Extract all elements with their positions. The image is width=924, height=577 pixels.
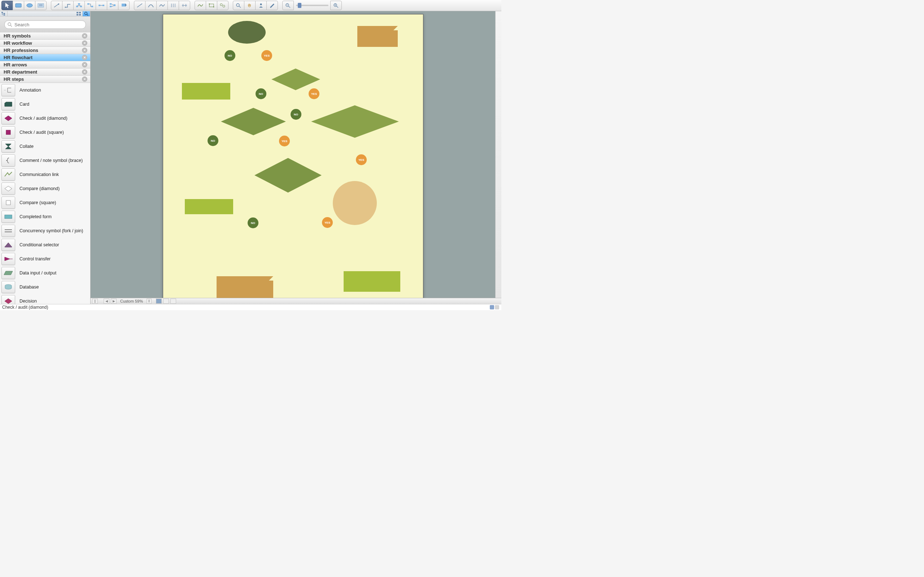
lib-item-hr-symbols[interactable]: HR symbols×: [0, 32, 90, 40]
zoom-slider-thumb[interactable]: [298, 3, 301, 8]
rectangle-tool[interactable]: [13, 1, 24, 10]
yes-badge[interactable]: YES: [356, 154, 367, 165]
yes-badge[interactable]: YES: [322, 217, 333, 228]
shape-compare-diamond[interactable]: Compare (diamond): [0, 181, 90, 195]
status-icon-2[interactable]: [495, 305, 499, 309]
zoom-out-button[interactable]: [282, 1, 294, 10]
smart-connector-tool[interactable]: [62, 1, 74, 10]
edit3-tool[interactable]: [217, 1, 228, 10]
lib-item-hr-department[interactable]: HR department×: [0, 69, 90, 76]
zoom-tool[interactable]: [233, 1, 244, 10]
no-badge[interactable]: NO: [225, 50, 235, 61]
person-tool[interactable]: [255, 1, 267, 10]
tree1-tool[interactable]: [73, 1, 85, 10]
note-shape[interactable]: [357, 26, 398, 47]
lib-item-hr-steps[interactable]: HR steps×: [0, 76, 90, 83]
edit2-tool[interactable]: [206, 1, 217, 10]
ladder-tool[interactable]: [179, 1, 190, 10]
close-icon[interactable]: ×: [82, 62, 87, 68]
zoom-stepper[interactable]: ▲▼: [147, 298, 152, 304]
no-badge[interactable]: NO: [291, 109, 301, 120]
status-icon-1[interactable]: [490, 305, 494, 309]
no-badge[interactable]: NO: [255, 89, 267, 99]
ellipse-tool[interactable]: [24, 1, 36, 10]
close-icon[interactable]: ×: [82, 33, 87, 39]
zoom-in-button[interactable]: [330, 1, 342, 10]
close-icon[interactable]: ×: [82, 76, 87, 82]
no-badge[interactable]: NO: [247, 218, 258, 228]
lib-item-label: HR symbols: [3, 33, 31, 39]
close-icon[interactable]: ×: [82, 48, 87, 53]
tree2-tool[interactable]: [84, 1, 96, 10]
stamp-tool[interactable]: [118, 1, 129, 10]
shape-annotation[interactable]: Annotation: [0, 83, 90, 97]
search-tab[interactable]: [82, 11, 90, 16]
shape-data-io[interactable]: Data input / output: [0, 266, 90, 280]
page-next[interactable]: ▶: [111, 298, 116, 304]
shape-comment[interactable]: Comment / note symbol (brace): [0, 153, 90, 167]
vertical-scrollbar[interactable]: [495, 11, 501, 298]
process-shape[interactable]: [185, 199, 233, 214]
shape-conditional-selector[interactable]: Conditional selector: [0, 238, 90, 252]
page-prev[interactable]: ◀: [103, 298, 109, 304]
process-shape[interactable]: [344, 271, 400, 292]
decision-shape[interactable]: [271, 69, 320, 90]
smart-connector-icon: [65, 3, 71, 8]
shape-database[interactable]: Database: [0, 280, 90, 294]
shape-completed-form[interactable]: Completed form: [0, 210, 90, 224]
note-shape[interactable]: [216, 276, 273, 298]
shape-commlink[interactable]: Communication link: [0, 167, 90, 181]
shape-control-transfer[interactable]: Control transfer: [0, 252, 90, 266]
search-input[interactable]: [14, 22, 82, 28]
lib-item-hr-flowchart[interactable]: HR flowchart×: [0, 54, 90, 61]
yes-badge[interactable]: YES: [261, 50, 272, 61]
hand-tool[interactable]: [244, 1, 255, 10]
direct-connector-tool[interactable]: [51, 1, 63, 10]
tree-tab[interactable]: [0, 11, 8, 16]
lib-item-hr-professions[interactable]: HR professions×: [0, 47, 90, 54]
double-tool[interactable]: [168, 1, 179, 10]
zoom-slider[interactable]: [296, 5, 328, 6]
pointer-tool[interactable]: [2, 1, 13, 10]
chain-tool[interactable]: [96, 1, 107, 10]
grid-tab[interactable]: [75, 11, 82, 16]
shape-collate[interactable]: Collate: [0, 139, 90, 153]
yes-badge[interactable]: YES: [279, 135, 290, 147]
pages-pause[interactable]: ‖: [92, 298, 98, 304]
spline-tool[interactable]: [156, 1, 168, 10]
shape-check-diamond[interactable]: Check / audit (diamond): [0, 111, 90, 125]
tree3-tool[interactable]: [107, 1, 118, 10]
shape-palette: Annotation Card Check / audit (diamond) …: [0, 83, 90, 304]
horizontal-scrollbar[interactable]: [178, 298, 501, 304]
connector-shape[interactable]: [333, 181, 377, 225]
view-mode-3[interactable]: [170, 298, 176, 304]
process-shape[interactable]: [182, 83, 230, 100]
pen-tool[interactable]: [267, 1, 278, 10]
no-badge[interactable]: NO: [208, 135, 218, 146]
canvas-area[interactable]: NO YES NO YES NO NO YES: [90, 11, 501, 304]
decision-shape[interactable]: [221, 108, 286, 135]
close-icon[interactable]: ×: [82, 40, 87, 46]
close-icon[interactable]: ×: [82, 69, 87, 75]
text-tool[interactable]: [35, 1, 47, 10]
edit1-tool[interactable]: [195, 1, 206, 10]
shape-card[interactable]: Card: [0, 97, 90, 111]
shape-compare-square[interactable]: Compare (square): [0, 195, 90, 210]
shape-check-square[interactable]: Check / audit (square): [0, 125, 90, 139]
shape-decision[interactable]: Decision: [0, 294, 90, 304]
close-icon[interactable]: ×: [82, 55, 87, 60]
search-input-wrap[interactable]: [4, 20, 86, 29]
terminator-shape[interactable]: [228, 21, 266, 44]
lib-item-hr-workflow[interactable]: HR workflow×: [0, 40, 90, 47]
decision-shape[interactable]: [254, 158, 321, 193]
arc-tool[interactable]: [145, 1, 157, 10]
line-tool[interactable]: [134, 1, 145, 10]
view-mode-2[interactable]: [163, 298, 169, 304]
svg-line-61: [10, 25, 12, 27]
lib-item-hr-arrows[interactable]: HR arrows×: [0, 61, 90, 69]
shape-concurrency[interactable]: Concurrency symbol (fork / join): [0, 224, 90, 238]
view-mode-1[interactable]: [156, 298, 162, 304]
decision-shape[interactable]: [311, 105, 399, 138]
yes-badge[interactable]: YES: [309, 89, 320, 99]
page[interactable]: NO YES NO YES NO NO YES: [163, 14, 423, 303]
